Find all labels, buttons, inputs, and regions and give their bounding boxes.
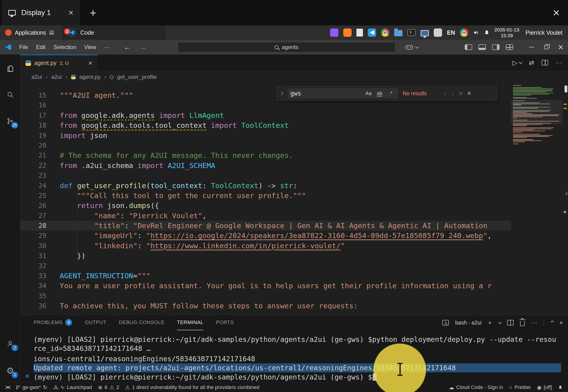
new-terminal-button[interactable]: +: [488, 319, 492, 326]
document-app-icon[interactable]: [357, 29, 363, 37]
chrome-icon[interactable]: [381, 28, 389, 37]
volume-icon[interactable]: [473, 30, 479, 35]
find-in-selection-icon[interactable]: ≡: [459, 90, 463, 97]
run-python-file-button[interactable]: ▷: [512, 59, 522, 67]
code-line-23[interactable]: 23: [20, 170, 511, 181]
split-terminal-icon[interactable]: [507, 320, 514, 325]
find-previous-icon[interactable]: ↑: [444, 90, 447, 97]
toggle-replace-icon[interactable]: [280, 92, 284, 95]
new-tab-button[interactable]: +: [90, 6, 96, 19]
terminal-selected-line[interactable]: Updated remote agent: projects/a2ui-agen…: [33, 363, 561, 372]
taskbar-window-code[interactable]: 3 Code: [62, 26, 166, 40]
code-line-30[interactable]: 30 "linkedin": "https://www.linkedin.com…: [20, 241, 511, 251]
messaging-app-icon[interactable]: [330, 28, 338, 37]
code-line-27[interactable]: 27 "name": "Pierrick Voulet",: [20, 211, 511, 221]
terminal-dropdown-icon[interactable]: [498, 320, 502, 324]
tab-ports[interactable]: PORTS: [216, 315, 234, 330]
panel-more-actions-icon[interactable]: ···: [531, 319, 537, 326]
tab-debug-console[interactable]: DEBUG CONSOLE: [119, 315, 164, 330]
back-button[interactable]: ←: [124, 43, 131, 51]
scroll-indicator[interactable]: [565, 85, 567, 92]
tab-problems[interactable]: PROBLEMS 8: [33, 315, 72, 330]
code-editor[interactable]: 15"""A2UI agent."""1617from google.adk.a…: [20, 83, 568, 315]
breadcrumb-file[interactable]: agent.py: [79, 74, 101, 80]
vscode-tray-icon[interactable]: [368, 28, 376, 37]
breadcrumb-folder[interactable]: a2ui: [31, 74, 42, 80]
code-line-22[interactable]: 22from .a2ui_schema import A2UI_SCHEMA: [20, 161, 511, 170]
menu-more[interactable]: ···: [100, 44, 113, 50]
files-icon[interactable]: [394, 30, 403, 36]
terminal-line[interactable]: rce_id=5834638717142171648 …: [33, 344, 561, 353]
utility-app-icon[interactable]: [434, 28, 442, 37]
toggle-secondary-sidebar-icon[interactable]: [492, 44, 499, 50]
code-line-26[interactable]: 26 return json.dumps({: [20, 201, 511, 210]
whole-word-toggle[interactable]: ab: [375, 89, 384, 98]
toggle-sidebar-icon[interactable]: [465, 44, 472, 50]
tab-close-icon[interactable]: ×: [88, 59, 92, 67]
code-line-24[interactable]: 24def get_user_profile(tool_context: Too…: [20, 181, 511, 191]
problems-summary[interactable]: ⊗ 6 ⚠ 2: [95, 383, 122, 392]
clock[interactable]: 2026-01-13 15:29: [494, 27, 519, 38]
find-close-icon[interactable]: ×: [467, 90, 471, 97]
copilot-menu[interactable]: [405, 40, 418, 55]
display-tab[interactable]: Display 1 ×: [2, 0, 80, 26]
restore-button[interactable]: [539, 40, 553, 55]
display-settings-icon[interactable]: [420, 30, 429, 36]
terminal-line[interactable]: (myenv) [LOAS2] pierrick@pierrick:~/git/…: [33, 335, 561, 344]
toggle-panel-icon[interactable]: [478, 44, 486, 50]
applications-menu[interactable]: Applications: [3, 26, 56, 40]
command-decoration-icon[interactable]: [26, 375, 29, 378]
close-panel-icon[interactable]: ×: [559, 319, 563, 326]
user-name[interactable]: Pierrick Voulet: [525, 29, 562, 36]
keyboard-layout-indicator[interactable]: EN: [447, 29, 455, 36]
menu-selection[interactable]: Selection: [49, 44, 80, 50]
git-branch-item[interactable]: ge-gws* ↻: [13, 383, 50, 392]
tab-output[interactable]: OUTPUT: [85, 315, 106, 330]
kill-terminal-icon[interactable]: [520, 321, 525, 326]
terminal[interactable]: (myenv) [LOAS2] pierrick@pierrick:~/git/…: [20, 330, 568, 382]
editor-more-actions-icon[interactable]: ···: [555, 59, 562, 66]
code-line-32[interactable]: 32: [20, 261, 511, 271]
code-line-25[interactable]: 25 """Call this tool to get the current …: [20, 191, 511, 201]
tab-terminal[interactable]: TERMINAL: [177, 315, 203, 330]
code-line-21[interactable]: 21# The schema for any A2UI message. Thi…: [20, 151, 511, 160]
search-sidebar-icon[interactable]: [4, 88, 17, 101]
terminal-session-label[interactable]: bash - a2ui: [455, 320, 482, 326]
find-input[interactable]: gws Aa ab .*: [287, 88, 398, 98]
code-line-28[interactable]: 28 "title": "DevRel Engineer @ Google Wo…: [20, 221, 511, 231]
screencast-item[interactable]: ◉ [off]: [534, 383, 555, 392]
cloud-code-item[interactable]: ☁ Cloud Code - Sign in: [446, 383, 506, 392]
code-line-18[interactable]: 18from google.adk.tools.tool_context imp…: [20, 120, 511, 130]
code-line-36[interactable]: 36To achieve this, you MUST follow these…: [20, 301, 511, 311]
code-line-20[interactable]: 20: [20, 140, 511, 151]
minimap[interactable]: [511, 83, 562, 315]
breadcrumb-symbol[interactable]: get_user_profile: [117, 74, 157, 80]
chromium-icon[interactable]: [460, 28, 468, 37]
remote-indicator[interactable]: ><: [2, 383, 13, 392]
split-editor-icon[interactable]: [542, 60, 548, 65]
minimize-button[interactable]: [524, 40, 539, 55]
forward-button[interactable]: →: [139, 43, 146, 51]
regex-toggle[interactable]: .*: [386, 89, 395, 98]
breadcrumb-folder[interactable]: a2ui: [51, 74, 61, 80]
source-control-icon[interactable]: 25: [4, 115, 17, 127]
code-line-34[interactable]: 34You are a user profile assistant. Your…: [20, 281, 511, 291]
prettier-item[interactable]: ○ Prettier: [506, 383, 534, 392]
editor-app-icon[interactable]: [343, 28, 352, 37]
code-line-35[interactable]: 35: [20, 291, 511, 301]
code-line-31[interactable]: 31 }): [20, 251, 511, 261]
menu-edit[interactable]: Edit: [32, 44, 49, 50]
code-line-17[interactable]: 17from google.adk.agents import LlmAgent: [20, 111, 511, 120]
vulnerability-notice[interactable]: ⚠ 1 direct vulnerability found for all t…: [122, 383, 262, 392]
code-line-29[interactable]: 29 "imageUrl": "https://io.google/2024/s…: [20, 231, 511, 241]
menu-file[interactable]: File: [15, 44, 32, 50]
match-case-toggle[interactable]: Aa: [364, 89, 373, 98]
viewer-close-button[interactable]: ×: [553, 6, 560, 19]
overview-ruler[interactable]: [562, 83, 568, 315]
code-line-19[interactable]: 19import json: [20, 131, 511, 140]
launchpad-item[interactable]: Launchpad: [50, 383, 95, 392]
accounts-icon[interactable]: 2: [4, 337, 17, 350]
settings-gear-icon[interactable]: ⚙ 1: [4, 364, 17, 377]
command-center-search[interactable]: agents: [178, 42, 396, 52]
terminal-prompt-line[interactable]: (myenv) [LOAS2] pierrick@pierrick:~/git/…: [33, 372, 561, 381]
